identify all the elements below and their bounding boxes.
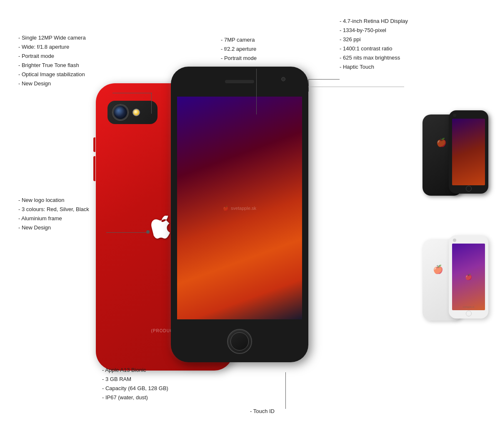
back-camera-annotation: - Single 12MP Wide camera - Wide: f/1.8 … [18,33,86,89]
touch-id-line-v [285,372,286,409]
thumb-black-home [466,186,472,192]
speaker-grille [225,80,254,83]
volume-button-2 [93,156,95,181]
thumb-white-home [466,311,472,316]
front-camera-dot [281,77,285,81]
thumb-white-watermark: svetapple.sk [463,306,475,308]
back-camera-line-v [151,93,152,114]
volume-button-1 [93,137,95,152]
display-annotation: - 4.7-inch Retina HD Display - 1334-by-7… [340,17,408,72]
back-camera-line-h [112,93,152,93]
thumb-white-back-logo: 🍎 [433,264,443,274]
logo-line-dot [146,230,150,234]
logo-annotation: - New logo location - 3 colours: Red, Si… [18,196,89,232]
display-divider [308,87,404,87]
home-button[interactable] [227,329,252,354]
thumbnail-black-variant [422,110,488,208]
phone-front: 🍎 svetapple.sk [171,67,312,366]
thumb-front-white-body: 🍎 svetapple.sk [449,235,488,319]
thumb-black-screen [452,119,485,185]
apple-icon-small: 🍎 [223,205,229,211]
thumb-white-logo: 🍎 [465,274,472,280]
home-button-inner [230,332,249,351]
camera-module [108,101,158,124]
display-line-h [308,79,340,80]
thumb-front-black-body [449,110,488,194]
phone-container: (PRODUCT) 🍎 svetapple.sk [96,67,329,408]
display-line-v [308,79,309,92]
front-camera-annotation: - 7MP camera - f/2.2 aperture - Portrait… [221,35,257,63]
true-tone-flash [132,109,140,116]
touch-id-annotation: - Touch ID [250,407,275,416]
phone-front-body: 🍎 svetapple.sk [171,67,308,362]
specs-annotation: - Apple A13 Bionic - 3 GB RAM - Capacity… [102,366,168,402]
thumb-black-camera [453,114,456,117]
thumb-black-back-logo: 🍎 [436,137,447,147]
thumb-white-camera [453,239,456,242]
logo-line-h [106,232,148,233]
front-camera-line-v [256,69,257,114]
screen-watermark: 🍎 svetapple.sk [223,205,256,211]
phone-screen: 🍎 svetapple.sk [177,97,302,319]
main-camera-lens [112,105,128,120]
thumbnail-white-variant: 🍎 svetapple.sk 🍎 [422,235,488,333]
